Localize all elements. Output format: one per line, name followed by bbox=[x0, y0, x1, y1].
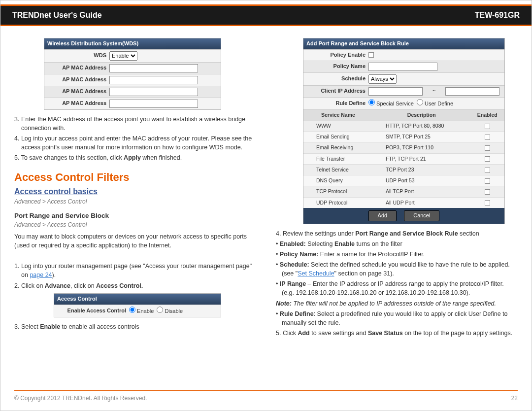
step-a5-bold: Apply bbox=[124, 154, 141, 161]
svc-checkbox[interactable] bbox=[485, 145, 490, 151]
svc-checkbox[interactable] bbox=[485, 200, 490, 206]
button-row: Add Cancel bbox=[303, 208, 504, 224]
mac-label-2: AP MAC Address bbox=[47, 76, 106, 84]
add-button[interactable]: Add bbox=[368, 210, 397, 221]
svc-name: UDP Protocol bbox=[303, 197, 373, 208]
th-desc: Description bbox=[373, 109, 470, 120]
r-step4-post: section bbox=[458, 230, 479, 237]
svc-checkbox[interactable] bbox=[485, 178, 490, 184]
svc-desc: SMTP, TCP Port 25 bbox=[373, 132, 470, 142]
svc-desc: UDP Port 53 bbox=[373, 175, 470, 186]
page-number: 22 bbox=[511, 395, 518, 402]
mac-input-1[interactable] bbox=[109, 64, 198, 72]
policy-enable-checkbox[interactable] bbox=[368, 52, 374, 58]
wds-label: WDS bbox=[47, 52, 106, 60]
mac-input-4[interactable] bbox=[109, 100, 198, 108]
mac-label-4: AP MAC Address bbox=[47, 100, 106, 107]
svc-name: DNS Query bbox=[303, 175, 373, 186]
svc-desc: FTP, TCP Port 21 bbox=[373, 153, 470, 164]
step-b2-b2: Access Control. bbox=[96, 282, 143, 289]
r-step5: 5. Click Add to save settings and Save S… bbox=[276, 329, 518, 338]
ac-enable-opt[interactable]: Enable bbox=[129, 307, 154, 315]
svc-name: File Transfer bbox=[303, 153, 373, 164]
step-b1-post: ). bbox=[52, 272, 56, 278]
step-b3-pre: 3. Select bbox=[14, 323, 40, 330]
ac-disable-opt[interactable]: Disable bbox=[157, 307, 183, 315]
bul-rule-b: Rule Define bbox=[280, 310, 314, 317]
svc-name: Telnet Service bbox=[303, 164, 373, 175]
sub-title: Access control basics bbox=[14, 186, 256, 197]
svc-desc: All TCP Port bbox=[373, 186, 470, 197]
page24-link[interactable]: page 24 bbox=[30, 272, 52, 278]
step-a5: 5. To save changes to this section, clic… bbox=[14, 153, 256, 162]
r-step5-b1: Add bbox=[298, 330, 309, 337]
ac-panel-header: Access Control bbox=[54, 294, 221, 305]
mac-label-3: AP MAC Address bbox=[47, 88, 106, 96]
bul-ip-b: IP Range bbox=[280, 280, 306, 287]
step-b3-post: to enable all access controls bbox=[60, 323, 139, 330]
ip-from-input[interactable] bbox=[368, 87, 423, 96]
policy-name-input[interactable] bbox=[368, 63, 437, 71]
bul-enabled-b2: Enable bbox=[334, 240, 355, 247]
mac-row-2: AP MAC Address bbox=[44, 74, 221, 86]
svc-desc: All UDP Port bbox=[373, 197, 470, 208]
svc-row: Telnet ServiceTCP Port 23 bbox=[303, 164, 504, 175]
set-schedule-link[interactable]: Set Schedule bbox=[298, 270, 334, 277]
ac-enable-radio[interactable] bbox=[129, 307, 135, 313]
bul-schedule-t2: " section on page 31). bbox=[334, 270, 394, 277]
schedule-select[interactable]: Always bbox=[368, 74, 397, 84]
bul-enabled-2: turns on the filter bbox=[355, 240, 402, 247]
r-step5-pre: 5. Click bbox=[276, 330, 298, 337]
bul-enabled-b: Enabled: bbox=[280, 240, 306, 247]
svc-name: WWW bbox=[303, 121, 373, 132]
step-b1: 1. Log into your router management page … bbox=[14, 262, 256, 279]
svc-name: Email Receiving bbox=[303, 142, 373, 153]
svc-desc: POP3, TCP Port 110 bbox=[373, 142, 470, 153]
bul-enabled: • Enabled: Selecting Enable turns on the… bbox=[276, 240, 518, 248]
radio-user[interactable] bbox=[417, 99, 423, 105]
wds-select[interactable]: Enable bbox=[109, 51, 137, 61]
th-enabled: Enabled bbox=[470, 109, 504, 120]
bul-ip: • IP Range – Enter the IP address or IP … bbox=[276, 279, 518, 297]
r-step4-pre: 4. Review the settings under bbox=[276, 230, 355, 237]
svc-checkbox[interactable] bbox=[485, 189, 490, 195]
svc-checkbox[interactable] bbox=[485, 135, 490, 140]
mac-row-1: AP MAC Address bbox=[44, 62, 221, 74]
svc-row: Email ReceivingPOP3, TCP Port 110 bbox=[303, 142, 504, 153]
lbl-schedule: Schedule bbox=[306, 75, 366, 83]
svc-row: WWWHTTP, TCP Port 80, 8080 bbox=[303, 121, 504, 132]
step-b3: 3. Select Enable to enable all access co… bbox=[14, 322, 256, 331]
step-b3-bold: Enable bbox=[40, 323, 60, 330]
sub-title-2: Port Range and Service Block bbox=[14, 211, 256, 221]
lbl-rule-define: Rule Define bbox=[306, 100, 366, 107]
svc-checkbox[interactable] bbox=[485, 156, 490, 162]
service-table: Service Name Description Enabled WWWHTTP… bbox=[303, 109, 504, 208]
port-range-panel: Add Port Range and Service Block Rule Po… bbox=[303, 38, 505, 224]
svc-checkbox[interactable] bbox=[485, 168, 490, 173]
ip-to-input[interactable] bbox=[445, 87, 499, 96]
ac-disable-radio[interactable] bbox=[157, 307, 163, 313]
step-b2-pre: 2. Click on bbox=[14, 282, 45, 289]
mac-input-2[interactable] bbox=[109, 76, 198, 84]
crumb-1: Advanced > Access Control bbox=[14, 198, 256, 206]
note-t: The filter will not be applied to IP add… bbox=[292, 300, 496, 307]
mac-input-3[interactable] bbox=[109, 88, 198, 96]
svc-checkbox[interactable] bbox=[485, 124, 490, 129]
svc-desc: HTTP, TCP Port 80, 8080 bbox=[373, 121, 470, 132]
svc-name: Email Sending bbox=[303, 132, 373, 142]
step-b2-b1: Advance bbox=[45, 282, 70, 289]
opt-user[interactable]: User Define bbox=[417, 99, 453, 108]
page: TRENDnet User's Guide TEW-691GR Wireless… bbox=[0, 0, 532, 411]
crumb-2: Advanced > Access Control bbox=[14, 221, 256, 229]
bul-schedule-b: Schedule: bbox=[280, 261, 309, 268]
right-column: Add Port Range and Service Block Rule Po… bbox=[276, 35, 518, 339]
step-a5-post: when finished. bbox=[141, 154, 182, 161]
opt-special[interactable]: Special Service bbox=[368, 99, 414, 108]
cancel-button[interactable]: Cancel bbox=[404, 210, 439, 221]
step-a3: 3. Enter the MAC address of the access p… bbox=[14, 115, 256, 133]
radio-special[interactable] bbox=[368, 99, 375, 105]
lbl-policy-enable: Policy Enable bbox=[306, 51, 366, 59]
step-b2: 2. Click on Advance, click on Access Con… bbox=[14, 281, 256, 290]
bul-enabled-1: Selecting bbox=[306, 240, 334, 247]
left-column: Wireless Distribution System(WDS) WDS En… bbox=[14, 35, 256, 339]
